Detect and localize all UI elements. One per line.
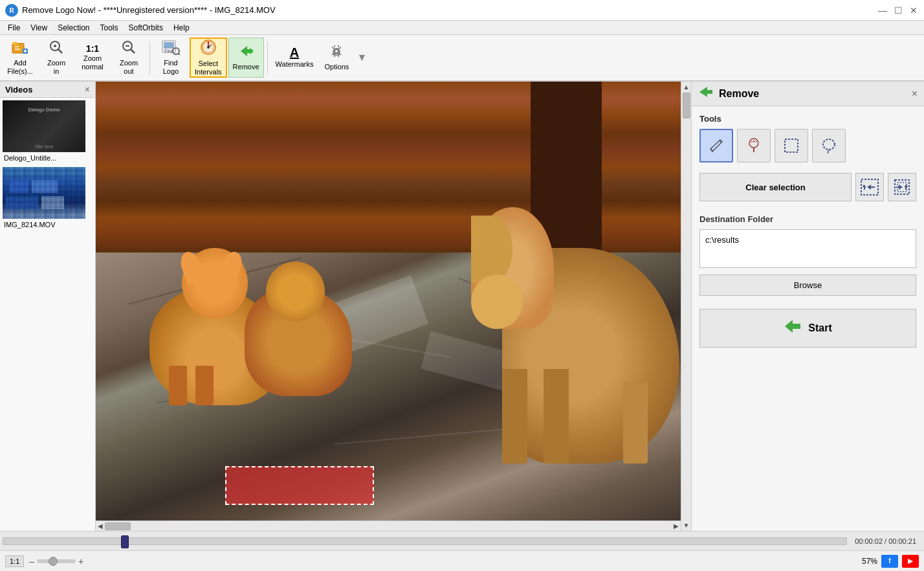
zoom-minus-button[interactable]: – [29,556,34,566]
zoom-track[interactable] [37,559,76,563]
browse-button[interactable]: Browse [699,274,916,296]
scroll-thumb-horizontal[interactable] [105,522,131,530]
time-display: 00:00:02 / 00:00:21 [850,537,921,545]
lasso-tool-button[interactable] [812,129,846,162]
canvas-area[interactable]: ▲ ▼ ◀ ▶ [96,82,691,531]
statusbar: 1:1 – + 57% f ▶ [0,550,924,571]
toolbar-sep-2 [267,41,268,74]
start-button[interactable]: Start [699,309,916,348]
svg-rect-4 [15,46,19,47]
minimize-button[interactable]: — [877,5,888,16]
zoom-normal-icon: 1:1 [86,44,99,53]
videos-close-button[interactable]: × [85,84,90,95]
svg-marker-46 [904,185,908,190]
svg-marker-47 [785,320,800,333]
zoom-in-button[interactable]: Zoomin [39,38,74,78]
scroll-down-arrow[interactable]: ▼ [681,520,691,531]
video-name-2: IMG_8214.MOV [3,221,93,229]
watermarks-icon: A [290,46,299,59]
videos-header: Videos × [0,82,95,98]
svg-marker-42 [863,185,866,190]
svg-line-15 [131,49,135,53]
start-label: Start [808,322,831,334]
svg-line-19 [179,53,181,55]
scroll-left-arrow[interactable]: ◀ [96,521,105,531]
toolbox-title: Remove [719,88,759,100]
menu-file[interactable]: File [3,22,25,34]
watermarks-button[interactable]: A Watermarks [271,38,318,78]
rect-select-icon [782,137,800,155]
remove-button[interactable]: Remove [228,38,264,78]
scroll-track-vertical[interactable] [681,93,691,520]
vertical-scrollbar[interactable]: ▲ ▼ [681,82,691,531]
options-button[interactable]: Options [319,38,354,78]
svg-text:R: R [9,7,14,14]
remove-label: Remove [233,63,259,71]
scroll-thumb-vertical[interactable] [683,93,690,118]
svg-text:Find: Find [164,49,173,53]
maximize-button[interactable]: ☐ [893,5,903,16]
facebook-button[interactable]: f [881,555,898,568]
svg-rect-17 [164,42,174,49]
svg-rect-37 [785,139,798,152]
zoom-normal-button[interactable]: 1:1 Zoomnormal [75,38,110,78]
menu-view[interactable]: View [25,22,52,34]
destination-folder-label: Destination Folder [699,214,916,224]
destination-path-input[interactable]: c:\results [699,229,916,268]
start-arrow-icon [784,319,802,338]
find-logo-label: FindLogo [163,59,179,76]
menu-tools[interactable]: Tools [95,22,124,34]
rect-select-tool-button[interactable] [775,129,808,162]
video-thumb-2 [3,167,85,219]
toolbar-scroll-down[interactable]: ▼ [355,50,368,65]
clear-selection-button[interactable]: Clear selection [699,173,852,201]
video-item-1[interactable]: Delogo Demo Title here Delogo_Untitle... [0,98,95,164]
scroll-track-horizontal[interactable] [105,521,672,531]
videos-panel-title: Videos [5,85,32,95]
scroll-up-arrow[interactable]: ▲ [681,82,691,93]
video-item-2[interactable]: IMG_8214.MOV [0,164,95,231]
menu-selection[interactable]: Selection [52,22,94,34]
options-label: Options [324,63,349,71]
select-intervals-button[interactable]: SelectIntervals [190,38,227,78]
contract-selection-button[interactable] [888,173,916,201]
clear-selection-row: Clear selection [699,173,916,201]
zoom-out-button[interactable]: Zoomout [111,38,146,78]
timeline-area: 00:00:02 / 00:00:21 [0,531,924,550]
svg-point-25 [207,46,210,49]
svg-marker-45 [896,185,903,190]
zoom-handle[interactable] [49,557,58,566]
svg-line-12 [58,49,62,53]
titlebar-controls: — ☐ ✕ [877,5,919,16]
cat-figure-mid [245,262,352,396]
timeline-thumb[interactable] [121,535,129,548]
select-intervals-label: SelectIntervals [195,60,222,76]
app-icon: R [5,4,18,17]
svg-marker-33 [699,87,712,97]
app-title: Remove Logo Now! - ****Unregistered vers… [22,5,276,15]
add-files-icon [11,39,29,58]
close-button[interactable]: ✕ [908,5,919,16]
find-logo-button[interactable]: Find FindLogo [153,38,188,78]
menu-softorbits[interactable]: SoftOrbits [124,22,168,34]
zoom-out-label: Zoomout [120,59,138,76]
timeline-track[interactable] [3,537,847,545]
scroll-right-arrow[interactable]: ▶ [672,521,681,531]
video-content [96,82,691,531]
svg-point-38 [823,139,835,150]
toolbox-close-button[interactable]: × [912,88,918,100]
toolbar: AddFile(s)... Zoomin 1:1 Zoomnormal Zoom… [0,35,924,82]
select-intervals-icon [199,39,217,58]
add-files-button[interactable]: AddFile(s)... [3,38,38,78]
zoom-in-icon [48,39,65,58]
zoom-percent-display: 57% [862,557,877,566]
selection-rectangle[interactable] [225,466,374,505]
horizontal-scrollbar[interactable]: ◀ ▶ [96,521,681,531]
pencil-tool-button[interactable] [699,129,733,162]
remove-icon [237,43,255,62]
menu-help[interactable]: Help [168,22,195,34]
zoom-plus-button[interactable]: + [78,556,83,566]
brush-tool-button[interactable] [737,129,771,162]
youtube-button[interactable]: ▶ [902,555,919,568]
expand-selection-button[interactable] [855,173,884,201]
